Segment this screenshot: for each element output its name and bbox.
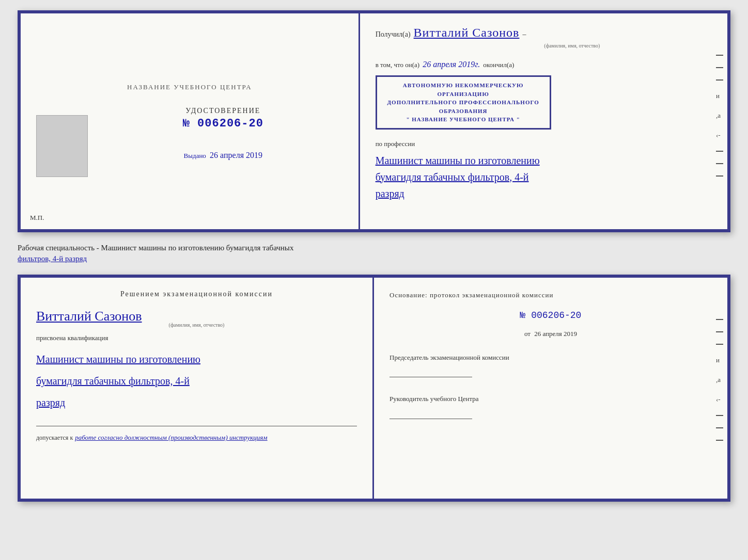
osnovanie-title: Основание: протокол экзаменационной коми… <box>389 290 712 301</box>
udostoverenie-title: УДОСТОВЕРЕНИЕ <box>183 107 263 115</box>
vydano-line: Выдано 26 апреля 2019 <box>184 151 262 160</box>
bdash-6 <box>716 440 723 441</box>
photo-placeholder <box>36 115 88 177</box>
ot-label: от <box>524 330 531 338</box>
cert-left-panel: НАЗВАНИЕ УЧЕБНОГО ЦЕНТРА УДОСТОВЕРЕНИЕ №… <box>21 13 360 229</box>
certificate-top: НАЗВАНИЕ УЧЕБНОГО ЦЕНТРА УДОСТОВЕРЕНИЕ №… <box>18 10 730 232</box>
dash-5 <box>716 163 723 164</box>
handwritten-date-top: 26 апреля 2019г. <box>423 60 480 69</box>
okonchil-label: окончил(а) <box>483 61 514 69</box>
letter-а: ,а <box>716 111 723 120</box>
stamp-block: АВТОНОМНУЮ НЕКОММЕРЧЕСКУЮ ОРГАНИЗАЦИЮ ДО… <box>376 75 551 130</box>
vtom-line: в том, что он(а) 26 апреля 2019г. окончи… <box>376 60 712 69</box>
rukovoditel-block: Руководитель учебного Центра <box>389 394 712 419</box>
bottom-right-dashes: и ,а ‹- <box>716 319 723 441</box>
fio-subtitle-top: (фамилия, имя, отчество) <box>432 43 712 49</box>
resheniyem-title: Решением экзаменационной комиссии <box>36 290 357 298</box>
specialty-text: Рабочая специальность - Машинист машины … <box>18 244 293 252</box>
vydano-date: 26 апреля 2019 <box>210 151 262 159</box>
profession-line2-top: бумагидля табачных фильтров, 4-й <box>376 169 712 185</box>
cert-bottom-left: Решением экзаменационной комиссии Виттал… <box>21 278 374 499</box>
profession-top: Машинист машины по изготовлению бумагидл… <box>376 152 712 202</box>
prisvoyena-label: присвоена квалификация <box>36 334 357 342</box>
specialty-line: Рабочая специальность - Машинист машины … <box>18 241 730 266</box>
certificate-bottom: Решением экзаменационной комиссии Виттал… <box>18 275 730 502</box>
protocol-number-bottom: № 006206-20 <box>389 310 712 321</box>
bdash-3 <box>716 344 723 345</box>
bdash-4 <box>716 415 723 416</box>
right-edge-dashes: и ,а ‹- <box>716 55 723 177</box>
rukovoditel-label: Руководитель учебного Центра <box>389 394 712 404</box>
dash-top: – <box>522 30 526 39</box>
po-professii-label: по профессии <box>376 140 712 148</box>
specialty-underlined: фильтров, 4-й разряд <box>18 254 87 263</box>
cert-bottom-right: Основание: протокол экзаменационной коми… <box>374 278 727 499</box>
letter-и: и <box>716 92 723 100</box>
dash-4 <box>716 151 723 152</box>
vydano-label: Выдано <box>184 152 206 159</box>
recipient-name-top: Витталий Сазонов <box>414 26 520 40</box>
predsedatel-label: Председатель экзаменационной комиссии <box>389 353 712 363</box>
stamp-line1: АВТОНОМНУЮ НЕКОММЕРЧЕСКУЮ ОРГАНИЗАЦИЮ <box>383 81 543 98</box>
mp-label: М.П. <box>30 214 44 222</box>
profession-bottom-line2: бумагидля табачных фильтров, 4-й <box>36 372 357 390</box>
bletter-к: ‹- <box>716 395 723 404</box>
stamp-line3: " НАЗВАНИЕ УЧЕБНОГО ЦЕНТРА " <box>383 115 543 124</box>
cert-right-panel: Получил(а) Витталий Сазонов – (фамилия, … <box>360 13 727 229</box>
profession-bottom: Машинист машины по изготовлению бумагидл… <box>36 346 357 411</box>
dash-2 <box>716 67 723 68</box>
bdash-1 <box>716 319 723 320</box>
udostoverenie-number: № 006206-20 <box>183 117 263 130</box>
bletter-а: ,а <box>716 376 723 384</box>
predsedatel-block: Председатель экзаменационной комиссии <box>389 353 712 378</box>
poluchil-label: Получил(а) <box>376 30 411 39</box>
bletter-и: и <box>716 356 723 364</box>
letter-к: ‹- <box>716 131 723 139</box>
udostoverenie-block: УДОСТОВЕРЕНИЕ № 006206-20 <box>183 107 263 130</box>
dash-1 <box>716 55 723 56</box>
dash-6 <box>716 175 723 177</box>
dopuskaetsya-text: работе согласно должностным (производств… <box>75 434 267 441</box>
bdash-2 <box>716 331 723 332</box>
dash-3 <box>716 79 723 81</box>
rukovoditel-signature-line <box>389 419 472 419</box>
stamp-line2: ДОПОЛНИТЕЛЬНОГО ПРОФЕССИОНАЛЬНОГО ОБРАЗО… <box>383 98 543 115</box>
ot-date-line: от 26 апреля 2019 <box>389 330 712 338</box>
profession-bottom-line3: разряд <box>36 394 357 411</box>
profession-line3-top: разряд <box>376 185 712 202</box>
profession-bottom-line1: Машинист машины по изготовлению <box>36 350 357 368</box>
bdash-5 <box>716 427 723 428</box>
dopuskaetsya-label: допускается к <box>36 434 73 441</box>
predsedatel-signature-line <box>389 377 472 377</box>
profession-line1-top: Машинист машины по изготовлению <box>376 152 712 169</box>
vtom-label: в том, что он(а) <box>376 61 420 69</box>
school-name-top: НАЗВАНИЕ УЧЕБНОГО ЦЕНТРА <box>127 83 252 91</box>
ot-date-value: 26 апреля 2019 <box>534 330 577 338</box>
